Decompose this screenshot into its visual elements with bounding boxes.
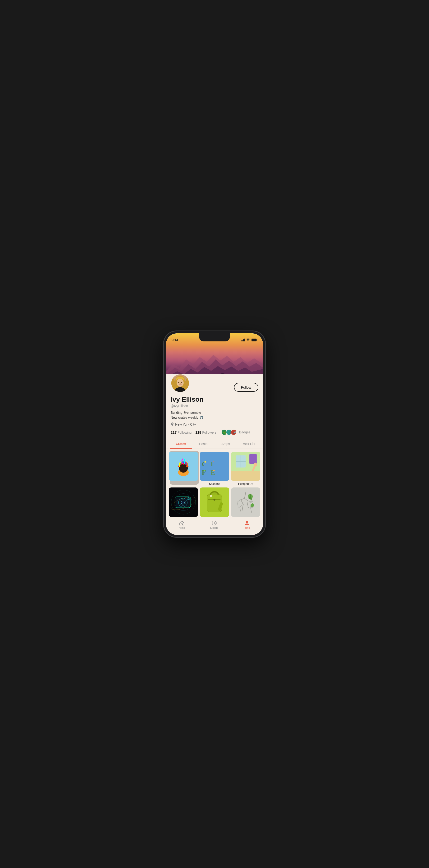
crate-art-pumped bbox=[231, 452, 260, 481]
svg-rect-2 bbox=[243, 339, 244, 341]
crate-art-rnb bbox=[169, 452, 198, 481]
svg-rect-0 bbox=[241, 340, 241, 341]
location-text: New York City bbox=[175, 423, 196, 426]
crate-art-brat bbox=[200, 488, 229, 517]
bottom-nav: Home Explore bbox=[166, 517, 263, 535]
avatar bbox=[171, 374, 190, 393]
crate-item-pumped[interactable]: Pumped Up bbox=[231, 452, 260, 486]
nav-explore[interactable]: Explore bbox=[205, 519, 223, 530]
badges-row[interactable]: 🌿 🎵 🎤 Badges bbox=[221, 429, 250, 435]
svg-text:E: E bbox=[211, 469, 215, 476]
followers-label: Followers bbox=[202, 431, 217, 434]
svg-text:🎤: 🎤 bbox=[232, 431, 236, 435]
tab-posts[interactable]: Posts bbox=[192, 439, 215, 448]
nav-profile-label: Profile bbox=[244, 527, 250, 529]
svg-point-76 bbox=[246, 521, 248, 523]
notch bbox=[199, 333, 230, 341]
svg-rect-3 bbox=[244, 339, 245, 341]
avatar-image bbox=[171, 374, 189, 392]
svg-point-29 bbox=[213, 470, 215, 471]
svg-point-10 bbox=[178, 381, 179, 383]
crate-image-seasons: C I F E bbox=[200, 452, 229, 481]
followers-count: 118 bbox=[195, 430, 201, 434]
crate-image-hidden bbox=[231, 488, 260, 517]
crate-image-rnb bbox=[169, 452, 198, 481]
user-handle: @IvyEllison bbox=[171, 404, 258, 408]
svg-rect-36 bbox=[249, 454, 257, 464]
status-icons bbox=[241, 339, 257, 341]
explore-icon bbox=[211, 520, 217, 526]
following-count: 217 bbox=[171, 430, 176, 434]
crate-item-brat[interactable]: Brat bbox=[200, 488, 229, 521]
nav-home-label: Home bbox=[179, 527, 185, 529]
svg-point-9 bbox=[176, 379, 184, 386]
profile-icon bbox=[244, 520, 250, 526]
svg-text:F: F bbox=[202, 469, 206, 476]
tab-tracklist[interactable]: Track List bbox=[237, 439, 260, 448]
crate-art-hidden bbox=[231, 488, 260, 517]
svg-text:C: C bbox=[202, 460, 207, 468]
svg-rect-57 bbox=[231, 488, 260, 517]
tab-crates[interactable]: Crates bbox=[170, 439, 192, 448]
svg-point-26 bbox=[204, 461, 206, 463]
stats-row: 217 Following 118 Followers 🌿 bbox=[171, 429, 258, 435]
tab-amps[interactable]: Amps bbox=[214, 439, 237, 448]
crate-art-y2k bbox=[169, 488, 198, 517]
home-icon bbox=[179, 520, 185, 526]
user-name: Ivy Ellison bbox=[171, 396, 258, 404]
phone-frame: 9:41 bbox=[164, 331, 265, 537]
crate-item-hidden[interactable]: Hidden Gems bbox=[231, 488, 260, 521]
svg-point-37 bbox=[254, 463, 257, 466]
crate-image-brat bbox=[200, 488, 229, 517]
followers-stat[interactable]: 118 Followers bbox=[195, 430, 217, 434]
location-row: New York City bbox=[171, 423, 258, 426]
svg-rect-5 bbox=[252, 339, 256, 341]
svg-point-28 bbox=[204, 470, 205, 471]
badge-3: 🎤 bbox=[231, 429, 237, 435]
svg-point-27 bbox=[213, 461, 214, 462]
battery-icon bbox=[252, 339, 257, 341]
status-time: 9:41 bbox=[172, 338, 178, 342]
crate-image-pumped bbox=[231, 452, 260, 481]
nav-profile[interactable]: Profile bbox=[239, 519, 255, 530]
nav-home[interactable]: Home bbox=[174, 519, 190, 530]
badges-label: Badges bbox=[239, 430, 250, 434]
svg-point-59 bbox=[250, 507, 253, 508]
tabs-container: Crates Posts Amps Track List bbox=[166, 439, 263, 449]
following-stat[interactable]: 217 Following bbox=[171, 430, 192, 434]
svg-point-53 bbox=[213, 499, 216, 501]
phone-screen: 9:41 bbox=[166, 333, 263, 535]
crate-label-pumped: Pumped Up bbox=[238, 482, 253, 486]
following-label: Following bbox=[177, 431, 192, 434]
location-icon bbox=[171, 423, 174, 426]
nav-explore-label: Explore bbox=[210, 527, 218, 529]
svg-point-55 bbox=[210, 496, 211, 496]
profile-section: Follow Ivy Ellison @IvyEllison Building … bbox=[166, 374, 263, 439]
svg-point-46 bbox=[182, 502, 184, 503]
crate-art-seasons: C I F E bbox=[200, 452, 229, 481]
screen-content[interactable]: 9:41 bbox=[166, 333, 263, 535]
user-bio: Building @ensemble New crates weekly 🎵 bbox=[171, 410, 258, 420]
crate-item-y2k[interactable]: Y2K bbox=[169, 488, 198, 521]
crate-image-y2k bbox=[169, 488, 198, 517]
badge-icons: 🌿 🎵 🎤 bbox=[221, 429, 237, 435]
svg-text:I: I bbox=[211, 460, 213, 468]
wifi-icon bbox=[246, 339, 250, 341]
avatar-follow-row: Follow bbox=[171, 374, 258, 393]
crate-label-rnb: Fave R&B bbox=[177, 482, 190, 486]
follow-button[interactable]: Follow bbox=[234, 383, 258, 392]
svg-rect-1 bbox=[242, 340, 243, 341]
crate-item-rnb[interactable]: Fave R&B bbox=[169, 452, 198, 486]
svg-point-11 bbox=[181, 381, 183, 383]
signal-icon bbox=[241, 339, 245, 341]
svg-rect-31 bbox=[231, 471, 260, 481]
crate-label-seasons: Seasons bbox=[209, 482, 220, 486]
crate-item-seasons[interactable]: C I F E Seasons bbox=[200, 452, 229, 486]
